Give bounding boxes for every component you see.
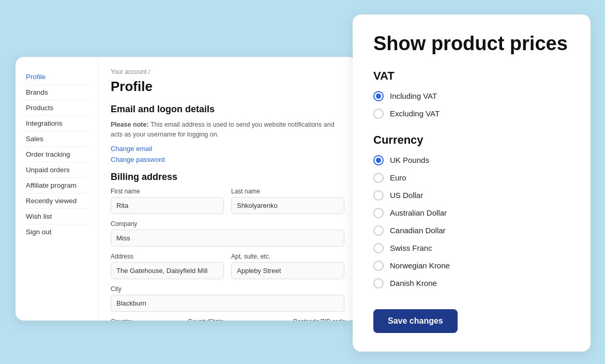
currency-option-dkk[interactable]: Danish Krone <box>373 278 570 289</box>
breadcrumb: Your account / <box>111 68 344 75</box>
change-password-link[interactable]: Change password <box>111 156 344 163</box>
sidebar-item-recently-viewed[interactable]: Recently viewed <box>24 193 89 209</box>
currency-radio-dkk[interactable] <box>373 278 384 289</box>
county-group: County/State <box>188 318 286 321</box>
postcode-group: Postcode/ZIP code <box>293 318 357 321</box>
panel-title: Show product prices <box>373 33 570 55</box>
currency-radio-euro[interactable] <box>373 173 384 183</box>
currency-label-gbp: UK Pounds <box>390 156 429 164</box>
currency-label-euro: Euro <box>390 173 406 182</box>
vat-radio-including[interactable] <box>373 91 384 101</box>
apt-label: Apt, suite, etc. <box>231 253 344 260</box>
address-row: Address Apt, suite, etc. <box>111 253 344 279</box>
vat-option-including[interactable]: Including VAT <box>373 91 570 101</box>
change-email-link[interactable]: Change email <box>111 145 344 153</box>
currency-option-gbp[interactable]: UK Pounds <box>373 155 570 165</box>
currency-option-aud[interactable]: Australian Dollar <box>373 208 570 218</box>
company-label: Company <box>111 220 344 228</box>
last-name-group: Last name <box>231 188 344 214</box>
currency-label-nok: Norwegian Krone <box>390 261 450 270</box>
profile-card: Profile Brands Products Integrations Sal… <box>16 57 357 321</box>
country-label: Country <box>111 318 180 321</box>
county-label: County/State <box>188 318 286 321</box>
currency-radio-chf[interactable] <box>373 243 384 253</box>
billing-section: Billing address First name Last name Com… <box>111 172 344 321</box>
sidebar-item-profile[interactable]: Profile <box>24 69 89 85</box>
currency-radio-cad[interactable] <box>373 225 384 236</box>
vat-label-excluding: Excluding VAT <box>390 109 440 118</box>
country-group: Country United Kingdom <box>111 318 180 321</box>
location-row: Country United Kingdom County/State Post… <box>111 318 344 321</box>
sidebar-item-integrations[interactable]: Integrations <box>24 116 89 131</box>
currency-label-usd: US Dollar <box>390 191 423 200</box>
currency-label-cad: Canadian Dollar <box>390 226 446 235</box>
currency-radio-gbp[interactable] <box>373 155 384 165</box>
currency-radio-group: UK Pounds Euro US Dollar Australian Doll… <box>373 155 570 289</box>
last-name-label: Last name <box>231 188 344 195</box>
currency-label-aud: Australian Dollar <box>390 208 447 217</box>
currency-option-chf[interactable]: Swiss Franc <box>373 243 570 253</box>
sidebar-item-unpaid-orders[interactable]: Unpaid orders <box>24 162 89 178</box>
city-input[interactable] <box>111 295 344 312</box>
vat-radio-group: Including VAT Excluding VAT <box>373 91 570 119</box>
email-section-title: Email and logon details <box>111 104 344 115</box>
address-group: Address <box>111 253 224 279</box>
city-label: City <box>111 285 344 293</box>
note-strong: Please note: <box>111 121 149 128</box>
currency-label-chf: Swiss Franc <box>390 244 432 252</box>
address-label: Address <box>111 253 224 260</box>
last-name-input[interactable] <box>231 197 344 214</box>
profile-content: Your account / Profile Email and logon d… <box>98 57 357 321</box>
currency-radio-usd[interactable] <box>373 190 384 201</box>
first-name-group: First name <box>111 188 224 214</box>
city-group: City <box>111 285 344 312</box>
company-group: Company <box>111 220 344 247</box>
apt-input[interactable] <box>231 262 344 279</box>
currency-radio-nok[interactable] <box>373 261 384 271</box>
sidebar-item-wish-list[interactable]: Wish list <box>24 209 89 224</box>
postcode-label: Postcode/ZIP code <box>293 318 357 321</box>
currency-label-dkk: Danish Krone <box>390 279 437 287</box>
currency-option-euro[interactable]: Euro <box>373 173 570 183</box>
save-button[interactable]: Save changes <box>373 309 458 333</box>
vat-option-excluding[interactable]: Excluding VAT <box>373 109 570 119</box>
address-input[interactable] <box>111 262 224 279</box>
billing-title: Billing address <box>111 172 344 183</box>
currency-option-usd[interactable]: US Dollar <box>373 190 570 201</box>
currency-section-title: Currency <box>373 133 570 147</box>
apt-group: Apt, suite, etc. <box>231 253 344 279</box>
currency-option-cad[interactable]: Canadian Dollar <box>373 225 570 236</box>
currency-option-nok[interactable]: Norwegian Krone <box>373 261 570 271</box>
vat-radio-excluding[interactable] <box>373 109 384 119</box>
sidebar-item-order-tracking[interactable]: Order tracking <box>24 147 89 162</box>
profile-title: Profile <box>111 79 344 95</box>
company-input[interactable] <box>111 230 344 247</box>
company-row: Company <box>111 220 344 247</box>
name-row: First name Last name <box>111 188 344 214</box>
first-name-input[interactable] <box>111 197 224 214</box>
email-note: Please note: This email address is used … <box>111 120 344 140</box>
vat-section-title: VAT <box>373 69 570 83</box>
prices-panel: Show product prices VAT Including VAT Ex… <box>353 14 591 352</box>
sidebar-item-affiliate[interactable]: Affiliate program <box>24 178 89 193</box>
sidebar-item-sales[interactable]: Sales <box>24 131 89 147</box>
sidebar-item-sign-out[interactable]: Sign out <box>24 224 89 239</box>
vat-label-including: Including VAT <box>390 92 437 100</box>
sidebar-item-brands[interactable]: Brands <box>24 85 89 100</box>
city-row: City <box>111 285 344 312</box>
sidebar: Profile Brands Products Integrations Sal… <box>16 57 98 321</box>
currency-radio-aud[interactable] <box>373 208 384 218</box>
first-name-label: First name <box>111 188 224 195</box>
sidebar-item-products[interactable]: Products <box>24 100 89 116</box>
